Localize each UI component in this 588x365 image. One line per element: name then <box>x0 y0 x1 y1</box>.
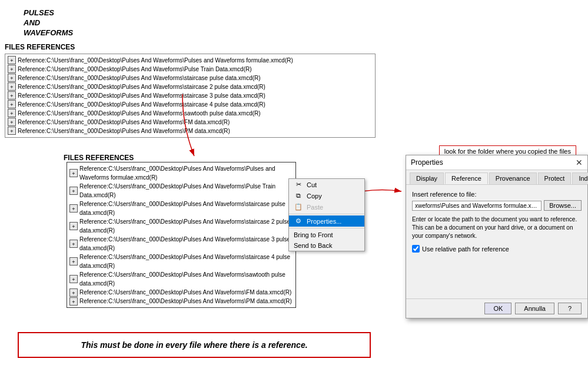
dialog-title: Properties <box>411 158 443 167</box>
file-icon: + <box>8 118 16 126</box>
file-icon: + <box>69 240 78 248</box>
list-item: +Reference:C:\Users\franc_000\Desktop\Pu… <box>8 82 373 91</box>
file-input-row: xweforms\Pulses and Waveforms formulae.x… <box>412 200 582 211</box>
context-menu[interactable]: ✂ Cut ⧉ Copy 📋 Paste ⚙ Properties... Bri… <box>288 178 365 251</box>
file-icon: + <box>69 257 78 266</box>
section2-title: FILES REFERENCES <box>64 154 381 162</box>
file-icon: + <box>69 297 78 306</box>
list-item: +Reference:C:\Users\franc_000\Desktop\Pu… <box>8 56 373 65</box>
context-cut[interactable]: ✂ Cut <box>289 179 364 190</box>
file-icon: + <box>8 127 16 135</box>
paste-icon: 📋 <box>294 203 303 211</box>
context-separator <box>289 214 364 214</box>
list-item: +Reference:C:\Users\franc_000\Desktop\Pu… <box>69 288 293 297</box>
tab-provenance[interactable]: Provenance <box>489 172 537 184</box>
checkbox-label: Use relative path for reference <box>422 245 509 253</box>
browse-button[interactable]: Browse... <box>544 200 582 211</box>
dialog-body: Insert reference to file: xweforms\Pulse… <box>406 185 587 298</box>
properties-icon: ⚙ <box>294 217 303 225</box>
tooltip-text: look for the folder where you copied the… <box>444 148 571 155</box>
file-icon: + <box>69 288 78 297</box>
arrow-down <box>147 91 218 162</box>
context-copy[interactable]: ⧉ Copy <box>289 190 364 201</box>
dialog-spacer <box>412 257 582 293</box>
file-icon: + <box>8 82 16 91</box>
file-icon: + <box>8 109 16 117</box>
context-properties[interactable]: ⚙ Properties... <box>289 215 364 227</box>
dialog-titlebar: Properties ✕ <box>406 155 587 170</box>
checkbox-row: Use relative path for reference <box>412 245 582 253</box>
list-item: +Reference:C:\Users\franc_000\Desktop\Pu… <box>8 65 373 74</box>
annulla-button[interactable]: Annulla <box>515 303 554 314</box>
description-text: Enter or locate the path to the document… <box>412 215 582 240</box>
tab-display[interactable]: Display <box>410 172 444 184</box>
tab-index[interactable]: Index <box>572 172 588 184</box>
context-send-to-back[interactable]: Send to Back <box>289 240 364 251</box>
properties-dialog: Properties ✕ Display Reference Provenanc… <box>406 155 588 318</box>
list-item: +Reference:C:\Users\franc_000\Desktop\Pu… <box>69 217 293 235</box>
list-item: +Reference:C:\Users\franc_000\Desktop\Pu… <box>69 270 293 288</box>
list-item: +Reference:C:\Users\franc_000\Desktop\Pu… <box>69 182 293 200</box>
list-item: +Reference:C:\Users\franc_000\Desktop\Pu… <box>69 164 293 182</box>
list-item: +Reference:C:\Users\franc_000\Desktop\Pu… <box>69 200 293 217</box>
note-box: This must be done in every file where th… <box>18 332 371 358</box>
file-icon: + <box>8 91 16 99</box>
context-bring-to-front[interactable]: Bring to Front <box>289 230 364 240</box>
file-icon: + <box>69 204 78 213</box>
file-icon: + <box>8 65 16 73</box>
note-text: This must be done in every file where th… <box>81 340 307 350</box>
file-path-input[interactable]: xweforms\Pulses and Waveforms formulae.x… <box>412 201 542 211</box>
file-icon: + <box>8 100 16 108</box>
list-item: +Reference:C:\Users\franc_000\Desktop\Pu… <box>69 297 293 306</box>
document-title: PULSES AND WAVEFORMS <box>24 8 388 38</box>
context-paste[interactable]: 📋 Paste <box>289 201 364 213</box>
file-icon: + <box>8 56 16 64</box>
list-item: +Reference:C:\Users\franc_000\Desktop\Pu… <box>69 235 293 253</box>
tab-protect[interactable]: Protect <box>538 172 572 184</box>
dialog-footer: OK Annulla ? <box>406 298 587 318</box>
dialog-tabs: Display Reference Provenance Protect Ind… <box>406 170 587 185</box>
dialog-close-button[interactable]: ✕ <box>576 158 583 167</box>
file-icon: + <box>69 222 78 230</box>
list-item: +Reference:C:\Users\franc_000\Desktop\Pu… <box>8 74 373 82</box>
ok-button[interactable]: OK <box>484 303 511 314</box>
list-item: +Reference:C:\Users\franc_000\Desktop\Pu… <box>69 253 293 270</box>
context-separator2 <box>289 228 364 228</box>
section1-title: FILES REFERENCES <box>5 43 388 51</box>
file-icon: + <box>69 275 78 283</box>
file-icon: + <box>69 187 78 195</box>
help-button[interactable]: ? <box>558 303 582 314</box>
tab-reference[interactable]: Reference <box>445 172 488 184</box>
file-icon: + <box>8 74 16 82</box>
relative-path-checkbox[interactable] <box>412 245 420 253</box>
insert-label: Insert reference to file: <box>412 191 582 198</box>
arrow-right <box>359 182 406 200</box>
file-list-2: +Reference:C:\Users\franc_000\Desktop\Pu… <box>67 162 296 308</box>
file-icon: + <box>69 169 78 177</box>
cut-icon: ✂ <box>294 181 303 188</box>
copy-icon: ⧉ <box>294 192 303 200</box>
